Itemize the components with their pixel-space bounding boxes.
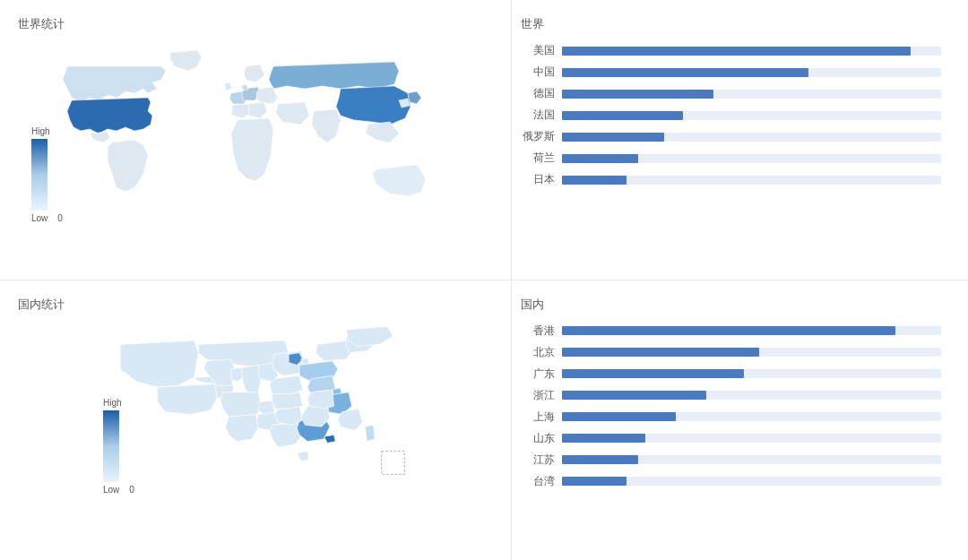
- world-map-svg: [18, 39, 484, 246]
- province-tibet: [157, 383, 217, 414]
- province-taiwan: [365, 425, 375, 441]
- province-hongkong: [324, 435, 336, 443]
- china-chart-section: 国内 香港北京广东浙江上海山东江苏台湾 受影响程度: [511, 280, 968, 561]
- bar-track: [562, 133, 941, 142]
- main-container: 世界统计: [0, 0, 968, 560]
- bar-row: 中国: [521, 65, 941, 80]
- china-legend-low: Low 0: [103, 485, 134, 495]
- bar-row: 台湾: [521, 474, 941, 489]
- country-spain: [231, 104, 251, 118]
- bar-fill: [562, 326, 895, 335]
- bar-label: 浙江: [521, 388, 555, 403]
- bar-fill: [562, 111, 683, 120]
- bar-track: [562, 348, 941, 357]
- bar-fill: [562, 133, 664, 142]
- country-greenland: [170, 50, 202, 71]
- china-map-section: 国内统计: [0, 280, 511, 561]
- bar-track: [562, 90, 941, 99]
- bar-row: 美国: [521, 43, 941, 58]
- bar-fill: [562, 47, 911, 56]
- world-chart-section: 世界 美国中国德国法国俄罗斯荷兰日本 受影响程度: [511, 0, 968, 280]
- bar-label: 法国: [521, 108, 555, 123]
- bar-label: 美国: [521, 43, 555, 58]
- world-map-section: 世界统计: [0, 0, 511, 280]
- bar-row: 俄罗斯: [521, 129, 941, 144]
- country-india: [312, 109, 341, 142]
- bar-track: [562, 154, 941, 163]
- bar-label: 江苏: [521, 452, 555, 468]
- bar-track: [562, 47, 941, 56]
- province-fujian: [338, 409, 363, 431]
- china-map-container: High Low 0: [90, 320, 430, 517]
- bar-fill: [562, 369, 744, 378]
- china-map-svg: [90, 320, 430, 517]
- china-map-title: 国内统计: [18, 297, 502, 313]
- world-legend-high: High: [31, 126, 50, 136]
- bar-row: 广东: [521, 366, 941, 382]
- south-sea-box: [382, 451, 405, 474]
- bar-track: [562, 434, 941, 443]
- china-bar-chart: 香港北京广东浙江上海山东江苏台湾: [521, 323, 941, 489]
- china-row: 国内统计: [0, 280, 968, 561]
- country-russia: [269, 62, 399, 89]
- country-scandinavia: [244, 65, 264, 82]
- province-hubei: [272, 392, 303, 408]
- bar-row: 荷兰: [521, 151, 941, 166]
- bar-label: 德国: [521, 86, 555, 101]
- country-netherlands: [241, 84, 248, 90]
- bar-track: [562, 477, 941, 486]
- bar-row: 北京: [521, 345, 941, 360]
- bar-label: 台湾: [521, 474, 555, 489]
- bar-label: 中国: [521, 65, 555, 80]
- bar-fill: [562, 68, 808, 77]
- bar-label: 香港: [521, 323, 555, 339]
- province-heilongjiang: [346, 326, 393, 346]
- province-anhui: [307, 389, 333, 408]
- bar-fill: [562, 154, 638, 163]
- province-hainan: [297, 451, 309, 461]
- bar-track: [562, 455, 941, 464]
- bar-track: [562, 412, 941, 421]
- china-chart-title: 国内: [521, 297, 941, 313]
- bar-fill: [562, 455, 638, 464]
- bar-track: [562, 176, 941, 185]
- world-bar-chart: 美国中国德国法国俄罗斯荷兰日本: [521, 43, 941, 187]
- world-legend: High Low 0: [31, 126, 63, 223]
- bar-row: 上海: [521, 409, 941, 425]
- bar-track: [562, 326, 941, 335]
- bar-label: 北京: [521, 345, 555, 360]
- bar-row: 日本: [521, 172, 941, 187]
- bar-fill: [562, 176, 627, 185]
- country-china: [336, 86, 411, 125]
- bar-track: [562, 68, 941, 77]
- bar-row: 山东: [521, 431, 941, 446]
- bar-label: 山东: [521, 431, 555, 446]
- world-legend-gradient: [31, 139, 48, 211]
- world-row: 世界统计: [0, 0, 968, 280]
- china-legend-gradient: [103, 410, 119, 482]
- country-uk: [224, 82, 231, 90]
- province-yunnan: [226, 414, 259, 441]
- china-legend: High Low 0: [103, 398, 134, 495]
- bar-fill: [562, 348, 759, 357]
- province-hunan: [275, 406, 303, 425]
- bar-track: [562, 369, 941, 378]
- bar-label: 日本: [521, 172, 555, 187]
- country-africa: [231, 118, 273, 181]
- bar-row: 德国: [521, 86, 941, 101]
- country-usa: [67, 98, 152, 134]
- bar-track: [562, 111, 941, 120]
- world-map-container: High Low 0: [18, 39, 484, 246]
- bar-fill: [562, 90, 713, 99]
- country-se-asia: [366, 122, 399, 142]
- bar-track: [562, 391, 941, 400]
- bar-fill: [562, 391, 706, 400]
- country-south-america: [108, 140, 148, 192]
- bar-fill: [562, 477, 627, 486]
- china-legend-high: High: [103, 398, 122, 408]
- province-xinjiang: [120, 340, 198, 386]
- country-middle-east: [276, 102, 309, 125]
- world-legend-low: Low 0: [31, 213, 63, 223]
- bar-label: 俄罗斯: [521, 129, 555, 144]
- bar-fill: [562, 412, 676, 421]
